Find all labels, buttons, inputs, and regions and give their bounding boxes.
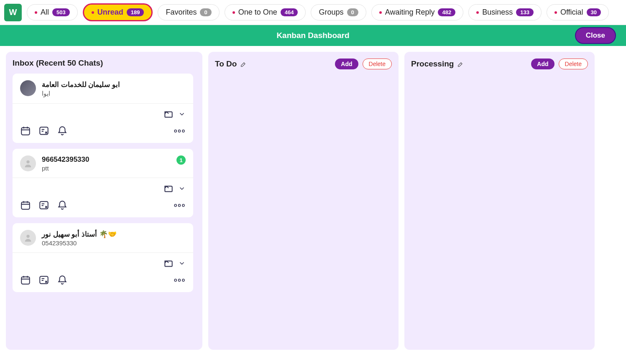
close-button[interactable]: Close — [575, 27, 616, 44]
more-icon[interactable]: ooo — [174, 277, 186, 283]
chat-message: ptt — [42, 165, 171, 172]
app-logo: W — [4, 4, 22, 21]
svg-rect-6 — [21, 277, 30, 284]
add-button[interactable]: Add — [531, 59, 554, 69]
note-icon[interactable] — [38, 275, 49, 285]
delete-button[interactable]: Delete — [363, 59, 392, 69]
status-dot-icon — [476, 11, 479, 14]
bell-icon[interactable] — [57, 200, 68, 211]
calendar-icon[interactable] — [20, 200, 31, 211]
tab-count-badge: 482 — [438, 8, 455, 16]
unread-badge: 1 — [176, 155, 186, 165]
chat-card[interactable]: ابو سليمان للخدمات العامةايواooo — [13, 74, 193, 143]
tab-one-to-one[interactable]: One to One464 — [225, 4, 306, 20]
tab-count-badge: 503 — [52, 8, 70, 16]
tab-favorites[interactable]: Favorites0 — [158, 4, 219, 20]
title-bar: Kanban Dashboard Close — [0, 25, 626, 46]
tab-label: Unread — [97, 8, 123, 17]
calendar-icon[interactable] — [20, 125, 31, 136]
tabs-bar: W All503Unread189Favorites0One to One464… — [0, 0, 626, 25]
chat-card[interactable]: 966542395330ptt1ooo — [13, 149, 193, 217]
tab-label: Business — [482, 8, 513, 17]
tab-label: Awaiting Reply — [385, 8, 435, 17]
tab-count-badge: 464 — [281, 8, 298, 16]
tab-business[interactable]: Business133 — [468, 4, 542, 20]
chat-name: أستاذ أبو سهيل نور 🌴🤝 — [42, 230, 186, 239]
chat-name: ابو سليمان للخدمات العامة — [42, 80, 186, 89]
tab-awaiting-reply[interactable]: Awaiting Reply482 — [371, 4, 463, 20]
tab-count-badge: 30 — [587, 8, 601, 16]
note-icon[interactable] — [38, 125, 49, 136]
chevron-down-icon[interactable] — [178, 110, 186, 118]
chat-message: ايوا — [42, 90, 186, 97]
chat-list[interactable]: ابو سليمان للخدمات العامةايواooo96654239… — [13, 74, 196, 343]
avatar — [20, 230, 36, 246]
tab-label: Groups — [319, 8, 343, 17]
chat-card[interactable]: أستاذ أبو سهيل نور 🌴🤝0542395330ooo — [13, 223, 193, 292]
status-dot-icon — [379, 11, 382, 14]
column-title: Processing — [411, 59, 464, 69]
tab-groups[interactable]: Groups0 — [311, 4, 366, 20]
bell-icon[interactable] — [57, 125, 68, 136]
inbox-title: Inbox (Recent 50 Chats) — [13, 59, 103, 68]
bell-icon[interactable] — [57, 275, 68, 285]
kanban-board: Inbox (Recent 50 Chats) ابو سليمان للخدم… — [0, 46, 626, 356]
add-button[interactable]: Add — [335, 59, 358, 69]
status-dot-icon — [233, 11, 235, 14]
note-icon[interactable] — [38, 200, 49, 211]
more-icon[interactable]: ooo — [174, 128, 186, 134]
chat-name: 966542395330 — [42, 155, 171, 164]
inbox-column: Inbox (Recent 50 Chats) ابو سليمان للخدم… — [6, 52, 202, 350]
chat-message: 0542395330 — [42, 239, 186, 247]
status-dot-icon — [92, 11, 94, 14]
delete-button[interactable]: Delete — [559, 59, 588, 69]
tab-label: One to One — [238, 8, 277, 17]
kanban-column-processing: ProcessingAddDelete — [404, 52, 595, 350]
tab-label: Favorites — [166, 8, 197, 17]
status-dot-icon — [35, 11, 37, 14]
tab-count-badge: 133 — [516, 8, 534, 16]
avatar — [20, 80, 36, 96]
tab-label: All — [41, 8, 49, 17]
page-title: Kanban Dashboard — [276, 31, 349, 40]
chevron-down-icon[interactable] — [178, 260, 186, 267]
tag-icon[interactable] — [163, 183, 174, 194]
tag-icon[interactable] — [163, 109, 174, 120]
status-dot-icon — [554, 11, 557, 14]
column-title: To Do — [215, 59, 247, 69]
edit-icon[interactable] — [240, 61, 247, 67]
calendar-icon[interactable] — [20, 275, 31, 285]
svg-rect-0 — [21, 127, 30, 135]
svg-point-5 — [26, 235, 29, 238]
tab-count-badge: 189 — [127, 8, 144, 16]
kanban-column-to-do: To DoAddDelete — [208, 52, 399, 350]
tab-official[interactable]: Official30 — [547, 4, 609, 20]
tab-count-badge: 0 — [347, 8, 358, 16]
edit-icon[interactable] — [457, 61, 464, 67]
avatar — [20, 155, 36, 171]
tab-label: Official — [560, 8, 583, 17]
tab-unread[interactable]: Unread189 — [83, 3, 153, 21]
svg-point-2 — [26, 160, 29, 163]
tag-icon[interactable] — [163, 258, 174, 269]
chevron-down-icon[interactable] — [178, 185, 186, 192]
svg-rect-3 — [21, 202, 30, 209]
tab-count-badge: 0 — [200, 8, 211, 16]
tab-all[interactable]: All503 — [27, 4, 78, 20]
more-icon[interactable]: ooo — [174, 202, 186, 208]
